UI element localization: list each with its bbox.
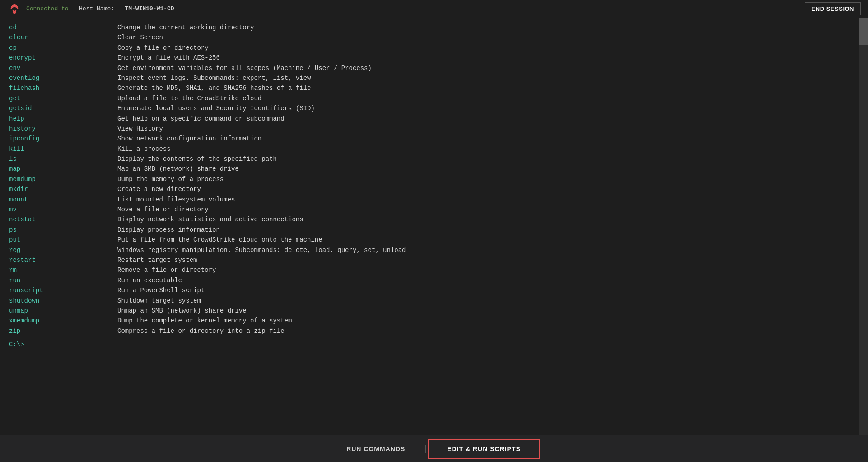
command-name: ipconfig <box>9 134 117 144</box>
command-description: Dump the complete or kernel memory of a … <box>117 316 292 326</box>
command-name: history <box>9 124 117 134</box>
list-item: putPut a file from the CrowdStrike cloud… <box>9 235 850 245</box>
list-item: xmemdumpDump the complete or kernel memo… <box>9 316 850 326</box>
list-item: restartRestart target system <box>9 255 850 265</box>
header-left: Connected to Host Name: TM-WIN10-W1-CD <box>7 2 174 16</box>
end-session-button[interactable]: END SESSION <box>805 2 861 15</box>
list-item: getsidEnumerate local users and Security… <box>9 103 850 113</box>
command-name: run <box>9 275 117 285</box>
falcon-logo <box>7 2 22 16</box>
command-description: Unmap an SMB (network) share drive <box>117 306 247 316</box>
command-name: encrypt <box>9 53 117 63</box>
command-name: env <box>9 63 117 73</box>
command-description: Map an SMB (network) share drive <box>117 164 239 174</box>
list-item: mkdirCreate a new directory <box>9 184 850 194</box>
list-item: killKill a process <box>9 144 850 154</box>
list-item: cpCopy a file or directory <box>9 43 850 53</box>
command-description: Enumerate local users and Security Ident… <box>117 103 315 113</box>
command-description: Copy a file or directory <box>117 43 209 53</box>
command-description: Shutdown target system <box>117 296 201 306</box>
scrollbar-thumb[interactable] <box>859 18 868 45</box>
command-name: netstat <box>9 215 117 224</box>
command-description: Run an executable <box>117 275 182 285</box>
command-description: Show network configuration information <box>117 134 261 144</box>
list-item: mvMove a file or directory <box>9 205 850 215</box>
command-name: cd <box>9 23 117 33</box>
command-name: rm <box>9 265 117 275</box>
list-item: mapMap an SMB (network) share drive <box>9 164 850 174</box>
host-label: Host Name: <box>79 5 114 12</box>
command-description: List mounted filesystem volumes <box>117 195 235 205</box>
command-description: Upload a file to the CrowdStrike cloud <box>117 93 261 103</box>
command-description: Put a file from the CrowdStrike cloud on… <box>117 235 322 245</box>
list-item: mountList mounted filesystem volumes <box>9 195 850 205</box>
list-item: unmapUnmap an SMB (network) share drive <box>9 306 850 316</box>
command-description: View History <box>117 124 163 134</box>
command-name: unmap <box>9 306 117 316</box>
command-description: Move a file or directory <box>117 205 209 215</box>
command-name: kill <box>9 144 117 154</box>
command-name: runscript <box>9 285 117 295</box>
command-name: put <box>9 235 117 245</box>
command-name: filehash <box>9 83 117 93</box>
command-name: ls <box>9 154 117 164</box>
terminal-prompt: C:\> <box>9 340 850 350</box>
command-name: ps <box>9 225 117 235</box>
command-name: help <box>9 114 117 124</box>
command-description: Get environment variables for all scopes… <box>117 63 372 73</box>
command-description: Create a new directory <box>117 184 201 194</box>
list-item: zipCompress a file or directory into a z… <box>9 326 850 336</box>
command-list: cdChange the current working directorycl… <box>9 23 850 336</box>
command-name: xmemdump <box>9 316 117 326</box>
edit-run-scripts-button[interactable]: EDIT & RUN SCRIPTS <box>428 439 540 459</box>
list-item: helpGet help on a specific command or su… <box>9 114 850 124</box>
list-item: regWindows registry manipulation. Subcom… <box>9 245 850 255</box>
command-name: getsid <box>9 103 117 113</box>
command-description: Compress a file or directory into a zip … <box>117 326 285 336</box>
command-description: Windows registry manipulation. Subcomman… <box>117 245 406 255</box>
command-description: Display network statistics and active co… <box>117 215 303 224</box>
command-name: get <box>9 93 117 103</box>
command-description: Display the contents of the specified pa… <box>117 154 277 164</box>
command-description: Dump the memory of a process <box>117 174 224 184</box>
list-item: psDisplay process information <box>9 225 850 235</box>
list-item: runscriptRun a PowerShell script <box>9 285 850 295</box>
connected-label: Connected to <box>26 5 69 12</box>
command-description: Run a PowerShell script <box>117 285 205 295</box>
command-description: Restart target system <box>117 255 197 265</box>
command-name: zip <box>9 326 117 336</box>
bottom-divider: | <box>423 444 428 453</box>
command-description: Remove a file or directory <box>117 265 216 275</box>
command-name: mkdir <box>9 184 117 194</box>
list-item: clearClear Screen <box>9 33 850 42</box>
list-item: rmRemove a file or directory <box>9 265 850 275</box>
bottom-bar: RUN COMMANDS | EDIT & RUN SCRIPTS <box>0 435 868 462</box>
command-name: mount <box>9 195 117 205</box>
list-item: historyView History <box>9 124 850 134</box>
command-description: Change the current working directory <box>117 23 254 33</box>
list-item: eventlogInspect event logs. Subcommands:… <box>9 73 850 83</box>
command-name: cp <box>9 43 117 53</box>
list-item: filehashGenerate the MD5, SHA1, and SHA2… <box>9 83 850 93</box>
scrollbar-track[interactable] <box>859 18 868 435</box>
command-description: Display process information <box>117 225 220 235</box>
list-item: encryptEncrypt a file with AES-256 <box>9 53 850 63</box>
command-description: Clear Screen <box>117 33 163 42</box>
command-name: clear <box>9 33 117 42</box>
run-commands-button[interactable]: RUN COMMANDS <box>328 440 423 458</box>
command-description: Get help on a specific command or subcom… <box>117 114 285 124</box>
terminal-output: cdChange the current working directorycl… <box>0 18 859 435</box>
hostname: TM-WIN10-W1-CD <box>125 5 174 12</box>
command-name: map <box>9 164 117 174</box>
command-description: Encrypt a file with AES-256 <box>117 53 220 63</box>
command-name: reg <box>9 245 117 255</box>
list-item: runRun an executable <box>9 275 850 285</box>
list-item: ipconfigShow network configuration infor… <box>9 134 850 144</box>
header: Connected to Host Name: TM-WIN10-W1-CD E… <box>0 0 868 18</box>
list-item: memdumpDump the memory of a process <box>9 174 850 184</box>
command-name: memdump <box>9 174 117 184</box>
list-item: cdChange the current working directory <box>9 23 850 33</box>
command-name: eventlog <box>9 73 117 83</box>
list-item: getUpload a file to the CrowdStrike clou… <box>9 93 850 103</box>
command-name: mv <box>9 205 117 215</box>
